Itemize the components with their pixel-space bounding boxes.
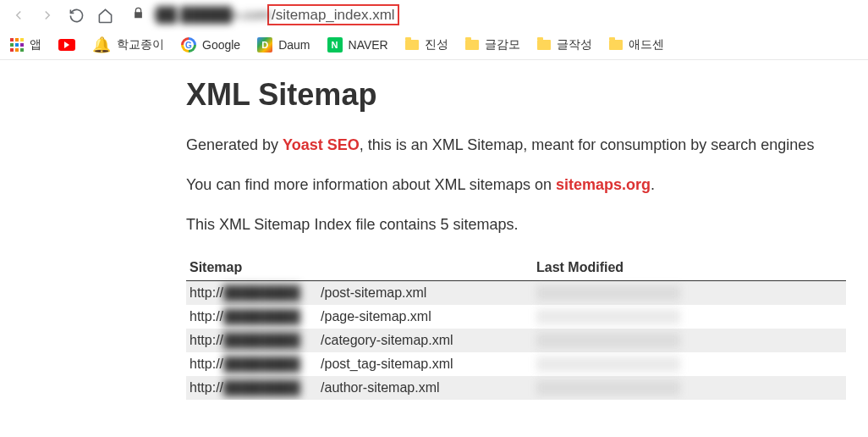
bookmark-label: Daum [278, 38, 310, 52]
sitemap-url[interactable]: http://████████/category-sitemap.xml [186, 329, 533, 352]
bookmark-label: Google [202, 38, 240, 52]
sitemap-count-text: This XML Sitemap Index file contains 5 s… [186, 214, 868, 235]
forward-button[interactable] [39, 7, 56, 24]
sitemaps-org-link[interactable]: sitemaps.org [556, 176, 651, 193]
youtube-icon [58, 39, 75, 51]
naver-icon: N [327, 37, 343, 53]
bookmark-youtube[interactable] [58, 39, 75, 51]
lock-icon [132, 7, 145, 24]
sitemap-url[interactable]: http://████████/post_tag-sitemap.xml [186, 352, 533, 376]
table-row: http://████████/post-sitemap.xml [186, 280, 846, 305]
last-modified [533, 329, 846, 352]
table-header-row: Sitemap Last Modified [186, 255, 846, 281]
apps-grid-icon [10, 38, 24, 52]
sitemap-table: Sitemap Last Modified http://████████/po… [186, 255, 846, 400]
google-icon [181, 37, 196, 53]
page-title: XML Sitemap [186, 77, 868, 113]
bookmark-label: 글감모 [485, 37, 520, 53]
header-sitemap: Sitemap [186, 255, 533, 281]
yoast-seo-link[interactable]: Yoast SEO [283, 136, 360, 153]
bookmark-label: 진성 [425, 37, 448, 53]
url-text: i██.█████n.com/sitemap_index.xml [153, 7, 399, 24]
apps-button[interactable]: 앱 [10, 37, 41, 53]
bookmark-folder-geulgammo[interactable]: 글감모 [465, 37, 520, 53]
bookmark-google[interactable]: Google [181, 37, 240, 53]
last-modified [533, 352, 846, 376]
folder-icon [465, 40, 479, 50]
table-row: http://████████/post_tag-sitemap.xml [186, 352, 846, 376]
reload-button[interactable] [68, 7, 85, 24]
sitemap-url[interactable]: http://████████/post-sitemap.xml [186, 280, 533, 305]
browser-toolbar: i██.█████n.com/sitemap_index.xml [0, 0, 868, 30]
last-modified [533, 376, 846, 400]
last-modified [533, 305, 846, 329]
folder-icon [405, 40, 419, 50]
table-row: http://████████/page-sitemap.xml [186, 305, 846, 329]
last-modified [533, 280, 846, 305]
folder-icon [537, 40, 551, 50]
bookmarks-bar: 앱 🔔 학교종이 Google D Daum N NAVER 진성 글감모 글작… [0, 30, 868, 59]
bookmark-naver[interactable]: N NAVER [327, 37, 388, 53]
bookmark-label: 학교종이 [117, 37, 164, 53]
more-info-text: You can find more information about XML … [186, 174, 868, 196]
sitemap-url[interactable]: http://████████/page-sitemap.xml [186, 305, 533, 329]
apps-label: 앱 [30, 37, 41, 53]
sitemap-url[interactable]: http://████████/author-sitemap.xml [186, 376, 533, 400]
address-bar[interactable]: i██.█████n.com/sitemap_index.xml [125, 7, 858, 24]
daum-icon: D [257, 37, 272, 53]
page-content: XML Sitemap Generated by Yoast SEO, this… [0, 60, 868, 400]
back-button[interactable] [10, 7, 27, 24]
generated-by-text: Generated by Yoast SEO, this is an XML S… [186, 135, 868, 156]
folder-icon [609, 40, 623, 50]
bookmark-folder-adsense[interactable]: 애드센 [609, 37, 664, 53]
bookmark-daum[interactable]: D Daum [257, 37, 310, 53]
bookmark-label: NAVER [349, 38, 388, 52]
home-button[interactable] [96, 7, 113, 24]
bookmark-folder-jinseong[interactable]: 진성 [405, 37, 448, 53]
bookmark-label: 애드센 [629, 37, 664, 53]
bell-icon: 🔔 [92, 36, 111, 54]
bookmark-label: 글작성 [557, 37, 592, 53]
table-row: http://████████/author-sitemap.xml [186, 376, 846, 400]
bookmark-schoolbell[interactable]: 🔔 학교종이 [92, 36, 164, 54]
url-path-highlighted: /sitemap_index.xml [267, 4, 399, 25]
table-row: http://████████/category-sitemap.xml [186, 329, 846, 352]
header-modified: Last Modified [533, 255, 846, 281]
bookmark-folder-geuljakseong[interactable]: 글작성 [537, 37, 592, 53]
